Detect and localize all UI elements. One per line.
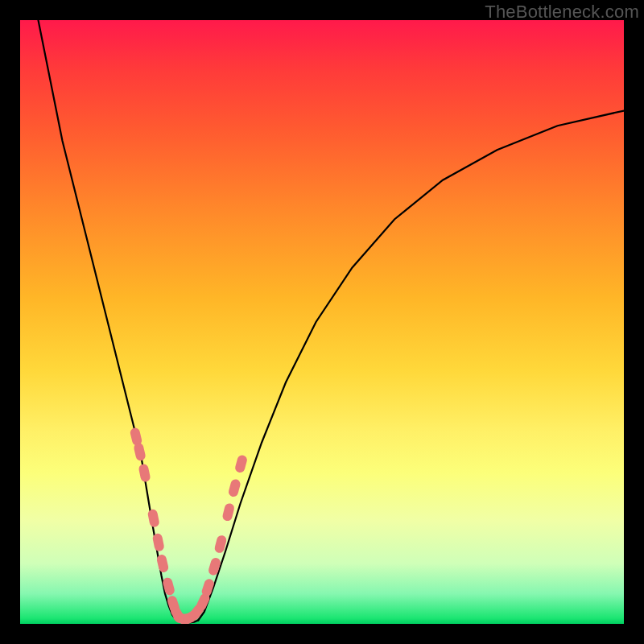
curve-marker [133,442,147,461]
gradient-plot-area [20,20,624,624]
curve-marker [138,464,151,483]
chart-frame [20,20,624,624]
curve-right-branch [198,111,624,621]
curve-marker [221,502,235,522]
chart-svg [20,20,624,624]
curve-marker [147,509,160,528]
curve-marker [156,554,170,573]
curve-left-branch [39,20,176,620]
curve-marker [234,454,248,473]
curve-marker [208,557,222,576]
curve-marker [228,478,242,497]
curve-marker [152,533,165,552]
curve-markers [130,427,249,624]
curve-marker [162,576,175,596]
